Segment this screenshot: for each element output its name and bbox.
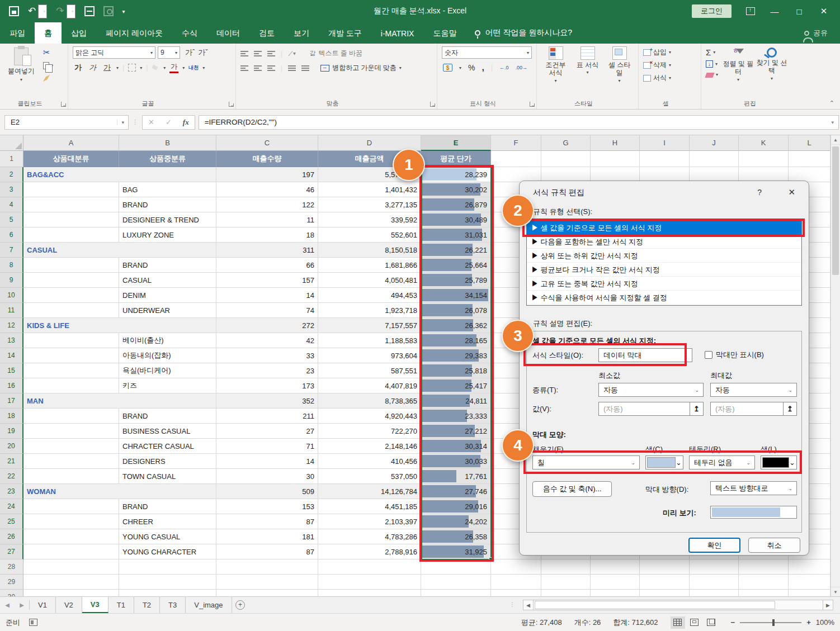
cancel-button[interactable]: 취소 [748, 538, 800, 553]
cell-empty[interactable] [421, 559, 491, 575]
cell-empty[interactable] [216, 590, 318, 596]
cell-C3[interactable]: 46 [216, 182, 318, 197]
page-layout-view-icon[interactable] [687, 616, 702, 629]
format-cells-button[interactable]: 서식▾ [643, 73, 671, 83]
cell-empty[interactable] [739, 590, 789, 596]
align-right-icon[interactable] [267, 64, 275, 72]
cell-B9[interactable]: CASUAL [119, 273, 216, 288]
row-header-10[interactable]: 10 [0, 288, 23, 303]
row-header-8[interactable]: 8 [0, 258, 23, 273]
row-header-4[interactable]: 4 [0, 197, 23, 212]
cell-A13[interactable] [23, 333, 119, 348]
cell-E21[interactable]: 30,033 [421, 454, 491, 469]
page-break-view-icon[interactable] [704, 616, 719, 629]
increase-decimal-icon[interactable]: ←.0 [499, 65, 509, 70]
max-type-dropdown[interactable]: 자동⌄ [710, 383, 797, 397]
row-header-1[interactable]: 1 [0, 151, 23, 167]
select-all-corner[interactable] [0, 135, 23, 151]
collapse-ribbon-icon[interactable]: ⌃ [829, 99, 834, 107]
column-header-E[interactable]: E [421, 135, 491, 151]
horizontal-scroll-thumb[interactable] [535, 601, 775, 609]
paste-button[interactable]: 붙여넣기 ▾ [4, 46, 38, 98]
cell-E8[interactable]: 25,664 [421, 258, 491, 273]
row-header-28[interactable]: 28 [0, 559, 23, 575]
row-header-9[interactable]: 9 [0, 273, 23, 288]
phonetic-guide-icon[interactable]: 내천 [188, 64, 199, 72]
cell-empty[interactable] [119, 590, 216, 596]
column-header-B[interactable]: B [119, 135, 216, 151]
sheet-tab-V3[interactable]: V3 [82, 597, 108, 613]
close-button[interactable]: ✕ [819, 6, 829, 16]
cell-D3[interactable]: 1,401,432 [318, 182, 421, 197]
cell-empty[interactable] [541, 167, 591, 182]
table-borders-icon[interactable] [84, 6, 95, 16]
zoom-out-icon[interactable]: − [731, 618, 735, 627]
cell-D13[interactable]: 1,188,583 [318, 333, 421, 348]
delete-cells-button[interactable]: 삭제▾ [643, 60, 671, 70]
cell-empty[interactable] [119, 559, 216, 575]
cell-E13[interactable]: 28,165 [421, 333, 491, 348]
cell-C22[interactable]: 30 [216, 469, 318, 484]
macro-record-icon[interactable] [29, 619, 37, 626]
font-name-combo[interactable]: 맑은 고딕▾ [73, 46, 155, 59]
row-header-11[interactable]: 11 [0, 303, 23, 318]
cell-E26[interactable]: 26,358 [421, 529, 491, 544]
cell-empty[interactable] [789, 575, 830, 590]
max-value-picker-icon[interactable]: ↥ [783, 402, 796, 415]
autosum-icon[interactable]: Σ [706, 48, 711, 57]
undo-icon[interactable]: ↶ [28, 6, 36, 16]
paste-dropdown-icon[interactable]: ▾ [20, 77, 22, 82]
cell-B21[interactable]: DESIGNERS [119, 454, 216, 469]
scroll-right-icon[interactable]: ▶ [823, 600, 833, 610]
row-header-15[interactable]: 15 [0, 363, 23, 378]
column-header-F[interactable]: F [491, 135, 541, 151]
ribbon-tab-검토[interactable]: 검토 [249, 22, 284, 44]
cell-A18[interactable] [23, 409, 119, 424]
cell-D25[interactable]: 2,103,397 [318, 514, 421, 529]
ribbon-tab-페이지 레이아웃[interactable]: 페이지 레이아웃 [96, 22, 172, 44]
cell-empty[interactable] [690, 590, 739, 596]
cell-empty[interactable] [739, 559, 789, 575]
column-header-A[interactable]: A [23, 135, 119, 151]
cell-C20[interactable]: 71 [216, 439, 318, 454]
cell-A22[interactable] [23, 469, 119, 484]
cell-C7[interactable]: 311 [216, 243, 318, 258]
cell-empty[interactable] [23, 590, 119, 596]
conditional-formatting-button[interactable]: 조건부 서식▾ [541, 46, 570, 98]
cell-C17[interactable]: 352 [216, 393, 318, 409]
cell-E17[interactable]: 24,811 [421, 393, 491, 409]
cell-empty[interactable] [640, 590, 690, 596]
cell-B11[interactable]: UNDERWEAR [119, 303, 216, 318]
column-header-L[interactable]: L [789, 135, 830, 151]
number-dialog-launcher-icon[interactable] [530, 102, 535, 107]
align-top-icon[interactable] [240, 50, 248, 58]
login-button[interactable]: 로그인 [692, 4, 732, 18]
row-header-12[interactable]: 12 [0, 318, 23, 333]
cell-D9[interactable]: 4,050,481 [318, 273, 421, 288]
cell-empty[interactable] [591, 167, 640, 182]
cell-empty[interactable] [789, 590, 830, 596]
tell-me-search[interactable]: 어떤 작업을 원하시나요? [466, 22, 581, 44]
row-header-20[interactable]: 20 [0, 439, 23, 454]
cell-A6[interactable] [23, 227, 119, 243]
cell-D11[interactable]: 1,923,718 [318, 303, 421, 318]
cell-C25[interactable]: 87 [216, 514, 318, 529]
border-color-dropdown[interactable]: ⌄ [761, 456, 797, 469]
cell-E4[interactable]: 26,879 [421, 197, 491, 212]
cell-empty[interactable] [541, 575, 591, 590]
column-header-C[interactable]: C [216, 135, 318, 151]
cell-E5[interactable]: 30,489 [421, 212, 491, 227]
bold-icon[interactable]: 가 [73, 63, 83, 73]
cell-B20[interactable]: CHRACTER CASUAL [119, 439, 216, 454]
cell-E11[interactable]: 26,078 [421, 303, 491, 318]
negative-values-button[interactable]: 음수 값 및 축(N)... [532, 481, 612, 497]
cell-empty[interactable] [739, 167, 789, 182]
cell-A12[interactable]: KIDS & LIFE [23, 318, 119, 333]
sheet-tab-T3[interactable]: T3 [160, 597, 186, 613]
sheet-tab-V1[interactable]: V1 [30, 597, 56, 613]
cell-E24[interactable]: 29,016 [421, 499, 491, 514]
cell-D16[interactable]: 4,407,819 [318, 378, 421, 393]
row-header-17[interactable]: 17 [0, 393, 23, 409]
cell-empty[interactable] [216, 575, 318, 590]
cell-empty[interactable] [23, 575, 119, 590]
